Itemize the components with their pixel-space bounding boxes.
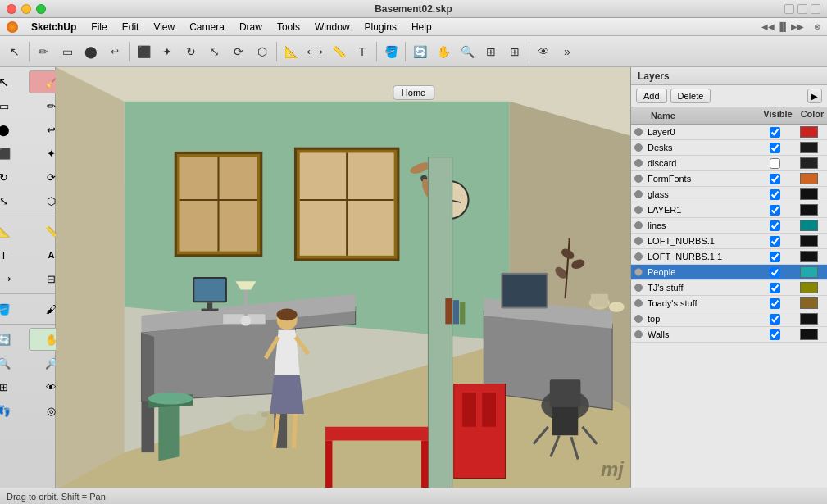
tool-paint[interactable]: 🪣: [379, 40, 402, 63]
layers-nav-button[interactable]: ▶: [807, 89, 822, 103]
layer-visible-checkbox[interactable]: [770, 174, 780, 184]
layer-row[interactable]: lines: [631, 218, 827, 234]
lt-rotate[interactable]: ↻: [0, 166, 27, 188]
tool-pushpull[interactable]: ⬛: [132, 40, 155, 63]
layer-color-swatch[interactable]: [800, 329, 818, 340]
layer-color-swatch[interactable]: [800, 282, 818, 293]
menu-edit[interactable]: Edit: [116, 20, 146, 34]
layer-row[interactable]: TJ's stuff: [631, 280, 827, 296]
layer-visible-checkbox[interactable]: [770, 236, 780, 247]
lt-zoomext[interactable]: ⊞: [0, 375, 27, 398]
layer-row[interactable]: FormFonts: [631, 171, 827, 187]
menu-file[interactable]: File: [84, 20, 113, 34]
tool-arc[interactable]: ↩: [103, 40, 126, 63]
tool-more[interactable]: »: [556, 40, 579, 63]
tool-rectangle[interactable]: ▭: [56, 40, 79, 63]
layer-visible-checkbox[interactable]: [770, 267, 780, 278]
tool-zoom[interactable]: 🔍: [456, 40, 479, 63]
menu-view[interactable]: View: [147, 20, 181, 34]
tool-prev-next[interactable]: ⊞: [503, 40, 526, 63]
layer-color-swatch[interactable]: [800, 188, 818, 200]
layer-row[interactable]: top: [631, 311, 827, 327]
layer-visible-checkbox[interactable]: [770, 143, 780, 153]
viewport[interactable]: mj: [56, 67, 630, 488]
layer-visible-checkbox[interactable]: [770, 252, 780, 262]
tool-followme[interactable]: ⟳: [227, 40, 250, 63]
layer-color-swatch[interactable]: [800, 204, 818, 216]
layer-row[interactable]: glass: [631, 187, 827, 202]
lt-dimension[interactable]: ⟷: [0, 267, 27, 290]
layer-row[interactable]: Toady's stuff: [631, 296, 827, 311]
layer-visible-checkbox[interactable]: [770, 189, 780, 200]
layer-visible-checkbox[interactable]: [770, 283, 780, 293]
tool-protractor[interactable]: 📏: [327, 40, 350, 63]
layer-color-swatch[interactable]: [800, 235, 818, 247]
lt-text[interactable]: T: [0, 243, 27, 266]
menu-window[interactable]: Window: [308, 20, 357, 34]
tool-walkthrough[interactable]: 👁: [532, 40, 555, 63]
tool-offset[interactable]: ⬡: [251, 40, 274, 63]
layer-row[interactable]: discard: [631, 156, 827, 171]
lt-pushpull[interactable]: ⬛: [0, 142, 27, 165]
tool-select[interactable]: ↖: [3, 40, 26, 63]
layer-row[interactable]: People: [631, 265, 827, 280]
menu-camera[interactable]: Camera: [183, 20, 231, 34]
layer-visible-checkbox[interactable]: [770, 329, 780, 340]
layer-visible-checkbox[interactable]: [770, 205, 780, 216]
layer-color-swatch[interactable]: [800, 251, 818, 262]
layer-visible-checkbox[interactable]: [770, 314, 780, 325]
layer-color-swatch[interactable]: [800, 173, 818, 184]
layer-color-swatch[interactable]: [800, 266, 818, 278]
layer-row[interactable]: Layer0: [631, 125, 827, 140]
layer-color-swatch[interactable]: [800, 297, 818, 309]
tool-pan[interactable]: ✋: [432, 40, 455, 63]
menu-sketchup[interactable]: SketchUp: [25, 20, 83, 34]
delete-layer-button[interactable]: Delete: [670, 89, 711, 103]
layer-color-swatch[interactable]: [800, 142, 818, 153]
layer-color-swatch[interactable]: [800, 157, 818, 169]
home-button[interactable]: Home: [393, 85, 434, 100]
window-ctrl-3[interactable]: [811, 4, 820, 14]
layer-visible-checkbox[interactable]: [770, 158, 780, 169]
tool-dimension[interactable]: ⟷: [303, 40, 326, 63]
minimize-button[interactable]: [21, 4, 31, 14]
layer-color-swatch[interactable]: [800, 313, 818, 325]
layer-visible-checkbox[interactable]: [770, 298, 780, 309]
tool-pencil[interactable]: ✏: [32, 40, 55, 63]
lt-paint[interactable]: 🪣: [0, 297, 27, 320]
lt-circle[interactable]: ⬤: [0, 118, 27, 141]
close-button[interactable]: [7, 4, 16, 14]
layer-row[interactable]: Walls: [631, 327, 827, 343]
lt-scale[interactable]: ⤡: [0, 189, 27, 212]
maximize-button[interactable]: [36, 4, 46, 14]
lt-foot[interactable]: 👣: [0, 399, 27, 422]
window-ctrl-1[interactable]: [784, 4, 794, 14]
layer-color-swatch[interactable]: [800, 126, 818, 138]
menu-help[interactable]: Help: [405, 20, 438, 34]
tool-zoomextents[interactable]: ⊞: [479, 40, 502, 63]
tool-circle[interactable]: ⬤: [80, 40, 102, 63]
layer-row[interactable]: LAYER1: [631, 202, 827, 218]
lt-rectangle[interactable]: ▭: [0, 94, 27, 117]
add-layer-button[interactable]: Add: [636, 89, 667, 103]
tool-orbit[interactable]: 🔄: [408, 40, 431, 63]
menu-plugins[interactable]: Plugins: [358, 20, 403, 34]
lt-select[interactable]: ↖: [0, 70, 27, 93]
layer-row[interactable]: LOFT_NURBS.1.1: [631, 249, 827, 265]
window-ctrl-2[interactable]: [797, 4, 807, 14]
tool-text[interactable]: T: [351, 40, 374, 63]
layer-row[interactable]: Desks: [631, 140, 827, 156]
lt-zoom[interactable]: 🔍: [0, 352, 27, 375]
layer-color-swatch[interactable]: [800, 220, 818, 231]
tool-rotate[interactable]: ↻: [179, 40, 202, 63]
menu-draw[interactable]: Draw: [233, 20, 269, 34]
tool-scale[interactable]: ⤡: [203, 40, 226, 63]
menu-tools[interactable]: Tools: [270, 20, 307, 34]
layer-row[interactable]: LOFT_NURBS.1: [631, 234, 827, 249]
lt-orbit[interactable]: 🔄: [0, 328, 27, 351]
layer-visible-checkbox[interactable]: [770, 220, 780, 231]
tool-move[interactable]: ✦: [156, 40, 179, 63]
layer-visible-checkbox[interactable]: [770, 127, 780, 138]
tool-tape[interactable]: 📐: [279, 40, 302, 63]
lt-tape[interactable]: 📐: [0, 220, 27, 243]
